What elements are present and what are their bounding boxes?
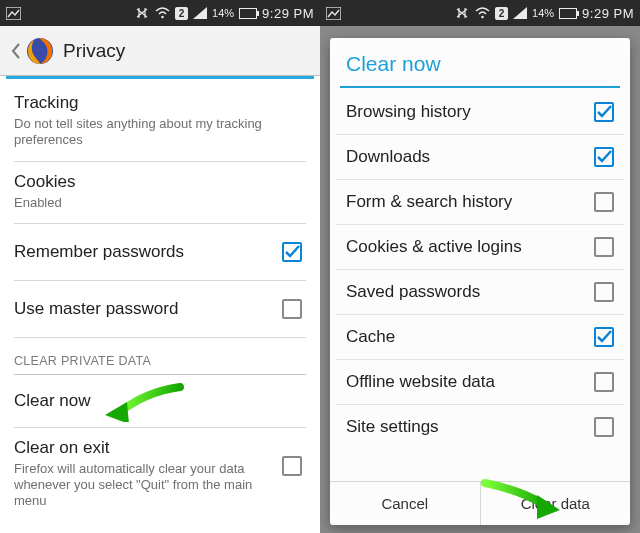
dialog-item[interactable]: Saved passwords [336, 270, 624, 315]
cookies-title: Cookies [14, 172, 306, 192]
settings-list: Tracking Do not tell sites anything abou… [0, 79, 320, 522]
tracking-title: Tracking [14, 93, 306, 113]
status-bar: 2 14% 9:29 PM [320, 0, 640, 26]
clear-on-exit-sub: Firefox will automatically clear your da… [14, 461, 261, 510]
dialog-buttons: Cancel Clear data [330, 481, 630, 525]
cookies-item[interactable]: Cookies Enabled [14, 162, 306, 224]
dialog-item-label: Cache [346, 327, 594, 347]
gallery-icon [6, 7, 21, 20]
dialog-item[interactable]: Form & search history [336, 180, 624, 225]
dialog-item-checkbox[interactable] [594, 102, 614, 122]
dialog-item-label: Saved passwords [346, 282, 594, 302]
dialog-item-checkbox[interactable] [594, 192, 614, 212]
clear-on-exit-title: Clear on exit [14, 438, 282, 458]
master-password-label: Use master password [14, 299, 282, 319]
svg-marker-6 [513, 7, 527, 19]
dialog-item-label: Downloads [346, 147, 594, 167]
dialog-item-label: Offline website data [346, 372, 594, 392]
cancel-button[interactable]: Cancel [330, 482, 480, 525]
vibrate-icon [454, 6, 470, 20]
action-bar: Privacy [0, 26, 320, 76]
dialog-item-checkbox[interactable] [594, 282, 614, 302]
clock: 9:29 PM [582, 6, 634, 21]
clear-on-exit-checkbox[interactable] [282, 456, 302, 476]
dialog-title: Clear now [330, 38, 630, 86]
dialog-item-label: Form & search history [346, 192, 594, 212]
svg-point-5 [481, 16, 484, 19]
page-title: Privacy [63, 40, 125, 62]
dialog-item[interactable]: Offline website data [336, 360, 624, 405]
dialog-item-checkbox[interactable] [594, 372, 614, 392]
clear-now-dialog: Clear now Browsing historyDownloadsForm … [330, 38, 630, 525]
dialog-item-checkbox[interactable] [594, 147, 614, 167]
screenshot-right: 2 14% 9:29 PM Clear now Browsing history… [320, 0, 640, 533]
wifi-icon [475, 7, 490, 19]
battery-icon [559, 8, 577, 19]
firefox-icon [25, 36, 55, 66]
remember-passwords-item[interactable]: Remember passwords [14, 224, 306, 281]
back-button[interactable] [8, 43, 22, 59]
sim-badge: 2 [495, 7, 508, 20]
wifi-icon [155, 7, 170, 19]
signal-icon [193, 7, 207, 19]
clear-data-header: CLEAR PRIVATE DATA [14, 338, 306, 375]
clear-on-exit-item[interactable]: Clear on exit Firefox will automatically… [14, 428, 306, 522]
tracking-sub: Do not tell sites anything about my trac… [14, 116, 283, 149]
dialog-list: Browsing historyDownloadsForm & search h… [330, 88, 630, 481]
dialog-item-checkbox[interactable] [594, 327, 614, 347]
battery-percent: 14% [532, 7, 554, 19]
clear-now-item[interactable]: Clear now [14, 375, 306, 428]
status-bar: 2 14% 9:29 PM [0, 0, 320, 26]
master-password-checkbox[interactable] [282, 299, 302, 319]
dialog-item[interactable]: Cache [336, 315, 624, 360]
cancel-label: Cancel [381, 495, 428, 512]
battery-percent: 14% [212, 7, 234, 19]
svg-point-1 [161, 16, 164, 19]
master-password-item[interactable]: Use master password [14, 281, 306, 338]
screenshot-left: 2 14% 9:29 PM [0, 0, 320, 533]
clear-data-button[interactable]: Clear data [480, 482, 631, 525]
cookies-sub: Enabled [14, 195, 283, 211]
dialog-item[interactable]: Cookies & active logins [336, 225, 624, 270]
clock: 9:29 PM [262, 6, 314, 21]
vibrate-icon [134, 6, 150, 20]
sim-badge: 2 [175, 7, 188, 20]
svg-marker-2 [193, 7, 207, 19]
battery-icon [239, 8, 257, 19]
clear-data-label: Clear data [521, 495, 590, 512]
dialog-item-checkbox[interactable] [594, 237, 614, 257]
remember-passwords-checkbox[interactable] [282, 242, 302, 262]
dialog-item-label: Browsing history [346, 102, 594, 122]
gallery-icon [326, 7, 341, 20]
remember-passwords-label: Remember passwords [14, 242, 282, 262]
tracking-item[interactable]: Tracking Do not tell sites anything abou… [14, 83, 306, 162]
dialog-item[interactable]: Browsing history [336, 90, 624, 135]
dialog-item[interactable]: Downloads [336, 135, 624, 180]
signal-icon [513, 7, 527, 19]
dialog-item-checkbox[interactable] [594, 417, 614, 437]
clear-now-label: Clear now [14, 391, 306, 411]
dialog-item-label: Cookies & active logins [346, 237, 594, 257]
dialog-item-label: Site settings [346, 417, 594, 437]
dialog-item[interactable]: Site settings [336, 405, 624, 449]
